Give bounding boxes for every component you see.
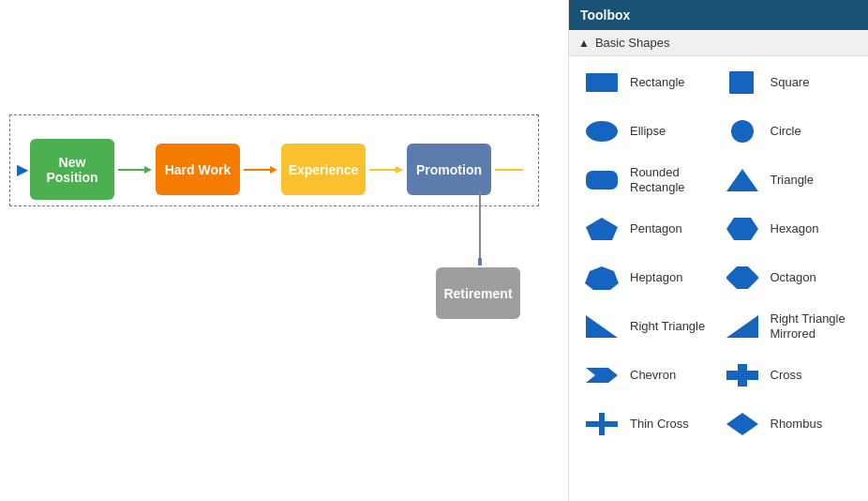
svg-rect-25 bbox=[586, 421, 618, 427]
svg-rect-13 bbox=[586, 171, 618, 190]
shape-icon-right-triangle-mirrored bbox=[724, 310, 761, 343]
section-header-basic-shapes[interactable]: ▲ Basic Shapes bbox=[569, 30, 868, 56]
shape-label: Ellipse bbox=[630, 124, 666, 139]
shape-label: Cross bbox=[771, 368, 802, 383]
shape-item-ellipse[interactable]: Ellipse bbox=[583, 114, 714, 148]
shape-icon-rounded-rectangle bbox=[583, 163, 621, 197]
section-label: Basic Shapes bbox=[595, 36, 670, 50]
svg-marker-20 bbox=[726, 315, 758, 338]
shape-item-pentagon[interactable]: Pentagon bbox=[583, 212, 714, 246]
shape-item-octagon[interactable]: Octagon bbox=[724, 261, 855, 295]
arrow-1 bbox=[118, 162, 152, 177]
shape-item-triangle[interactable]: Triangle bbox=[724, 163, 855, 197]
shape-label: Circle bbox=[771, 124, 801, 139]
shape-icon-heptagon bbox=[583, 261, 621, 295]
shape-item-rectangle[interactable]: Rectangle bbox=[583, 66, 714, 99]
shape-label: Hexagon bbox=[771, 221, 819, 236]
shape-label: Triangle bbox=[771, 173, 814, 188]
shape-item-right-triangle-mirrored[interactable]: Right Triangle Mirrored bbox=[724, 310, 855, 343]
canvas-area[interactable]: ▶ New Position Hard Work Experience Prom… bbox=[0, 0, 568, 501]
svg-marker-14 bbox=[726, 169, 758, 191]
svg-point-12 bbox=[731, 120, 754, 143]
node-retirement[interactable]: Retirement bbox=[436, 267, 520, 319]
shape-item-square[interactable]: Square bbox=[724, 66, 855, 99]
shape-item-rhombus[interactable]: Rhombus bbox=[724, 407, 855, 441]
shape-icon-pentagon bbox=[583, 212, 621, 246]
node-label: Hard Work bbox=[165, 162, 232, 177]
shape-item-rounded-rectangle[interactable]: Rounded Rectangle bbox=[583, 163, 714, 197]
toolbox-header: Toolbox bbox=[569, 0, 868, 30]
svg-rect-23 bbox=[726, 371, 758, 380]
shape-icon-circle bbox=[724, 114, 761, 148]
shape-item-right-triangle[interactable]: Right Triangle bbox=[583, 310, 714, 343]
toolbox-title: Toolbox bbox=[580, 8, 630, 23]
svg-marker-8 bbox=[478, 258, 482, 266]
svg-marker-5 bbox=[396, 166, 403, 174]
shape-label: Right Triangle bbox=[630, 319, 705, 334]
svg-marker-19 bbox=[586, 315, 618, 338]
shape-icon-square bbox=[724, 66, 761, 99]
shape-icon-cross bbox=[724, 358, 761, 392]
svg-rect-9 bbox=[586, 73, 618, 92]
svg-rect-10 bbox=[729, 71, 754, 94]
node-hard-work[interactable]: Hard Work bbox=[156, 144, 240, 195]
flowchart-row: ▶ New Position Hard Work Experience Prom… bbox=[17, 139, 529, 200]
shape-item-hexagon[interactable]: Hexagon bbox=[724, 212, 855, 246]
svg-marker-17 bbox=[585, 266, 619, 290]
shape-item-circle[interactable]: Circle bbox=[724, 114, 855, 148]
shape-icon-octagon bbox=[724, 261, 761, 295]
svg-marker-21 bbox=[586, 368, 618, 383]
svg-marker-18 bbox=[726, 266, 758, 289]
node-label: Retirement bbox=[443, 286, 512, 301]
shape-item-cross[interactable]: Cross bbox=[724, 358, 855, 392]
svg-marker-15 bbox=[586, 218, 618, 240]
shape-label: Rectangle bbox=[630, 75, 685, 90]
shape-icon-ellipse bbox=[583, 114, 621, 148]
arrow-3 bbox=[369, 162, 403, 177]
node-label: Experience bbox=[289, 162, 359, 177]
shape-item-chevron[interactable]: Chevron bbox=[583, 358, 714, 392]
shape-label: Rhombus bbox=[771, 417, 823, 432]
shape-label: Right Triangle Mirrored bbox=[771, 311, 855, 341]
shape-icon-rectangle bbox=[583, 66, 621, 99]
shape-icon-hexagon bbox=[724, 212, 761, 246]
svg-marker-1 bbox=[144, 166, 152, 174]
shape-label: Heptagon bbox=[630, 270, 682, 285]
shape-label: Pentagon bbox=[630, 221, 682, 236]
toolbox-panel: Toolbox ▲ Basic Shapes Rectangle Square bbox=[568, 0, 868, 501]
vertical-connector bbox=[478, 190, 482, 266]
toolbox-body[interactable]: ▲ Basic Shapes Rectangle Square bbox=[569, 30, 868, 501]
shape-icon-triangle bbox=[724, 163, 761, 197]
shape-label: Square bbox=[771, 75, 810, 90]
svg-point-11 bbox=[586, 121, 618, 142]
arrow-4 bbox=[495, 162, 529, 177]
shape-icon-right-triangle bbox=[583, 310, 621, 343]
node-label: New Position bbox=[37, 155, 107, 185]
svg-marker-16 bbox=[726, 218, 758, 240]
arrow-2 bbox=[244, 162, 277, 177]
shape-icon-thin-cross bbox=[583, 407, 621, 441]
shape-label: Rounded Rectangle bbox=[630, 165, 714, 194]
node-new-position[interactable]: New Position bbox=[30, 139, 114, 200]
node-experience[interactable]: Experience bbox=[281, 144, 366, 195]
node-promotion[interactable]: Promotion bbox=[407, 144, 491, 195]
shape-label: Thin Cross bbox=[630, 417, 689, 432]
shapes-grid: Rectangle Square Ellipse bbox=[569, 56, 868, 450]
shape-label: Octagon bbox=[771, 270, 816, 285]
shape-icon-rhombus bbox=[724, 407, 761, 441]
shape-icon-chevron bbox=[583, 358, 621, 392]
collapse-icon: ▲ bbox=[578, 37, 590, 50]
node-label: Promotion bbox=[416, 162, 482, 177]
svg-marker-3 bbox=[270, 166, 277, 174]
entry-arrow: ▶ bbox=[17, 160, 28, 178]
shape-item-thin-cross[interactable]: Thin Cross bbox=[583, 407, 714, 441]
shape-label: Chevron bbox=[630, 368, 676, 383]
svg-marker-26 bbox=[726, 413, 758, 435]
shape-item-heptagon[interactable]: Heptagon bbox=[583, 261, 714, 295]
